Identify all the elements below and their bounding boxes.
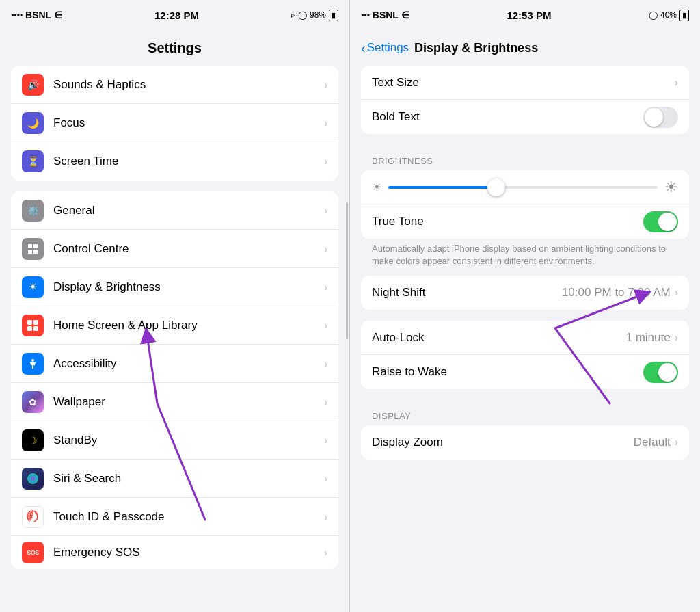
true-tone-label: True Tone [372,215,643,228]
signal-icon: ▪▪▪▪ [11,10,23,20]
fingerprint-svg [25,509,40,524]
settings-item-screen-time[interactable]: ⏳ Screen Time › [11,142,338,181]
right-navbar: ‹ Settings Display & Brightness [350,30,700,66]
left-status-bar: ▪▪▪▪ BSNL ∈ 12:28 PM ▹ ◯ 98% ▮ [0,0,349,30]
accessibility-label: Accessibility [53,357,324,371]
standby-chevron: › [324,435,327,446]
display-zoom-label: Display Zoom [372,436,634,449]
right-battery-area: ◯ 40% ▮ [649,10,689,21]
raise-to-wake-toggle[interactable] [643,362,678,383]
night-shift-label: Night Shift [372,286,562,300]
night-shift-value: 10:00 PM to 7:00 AM [562,286,671,300]
settings-item-display[interactable]: ☀ Display & Brightness › [11,268,338,306]
left-time: 12:28 PM [154,10,199,21]
settings-item-accessibility[interactable]: Accessibility › [11,345,338,383]
text-size-label: Text Size [372,76,675,90]
raise-to-wake-knob [658,363,677,382]
homescreen-chevron: › [324,320,327,331]
right-battery-icon: ▮ [679,10,689,21]
true-tone-knob [658,213,677,231]
settings-item-sos[interactable]: SOS Emergency SOS › [11,536,338,569]
auto-lock-chevron: › [675,332,678,344]
control-centre-svg [27,243,38,254]
raise-to-wake-label: Raise to Wake [372,365,643,379]
settings-item-control[interactable]: Control Centre › [11,230,338,268]
svg-rect-5 [33,320,38,325]
touchid-icon [22,506,44,528]
settings-item-general[interactable]: ⚙️ General › [11,191,338,230]
scroll-indicator [346,202,348,339]
display-zoom-item[interactable]: Display Zoom Default › [361,425,689,460]
control-icon [22,238,44,260]
auto-lock-item[interactable]: Auto-Lock 1 minute › [361,321,689,355]
focus-chevron: › [324,118,327,129]
lock-icon: ◯ [298,10,307,20]
auto-lock-label: Auto-Lock [372,331,625,345]
left-page-title: Settings [148,40,202,56]
sos-icon: SOS [22,542,44,563]
night-shift-item[interactable]: Night Shift 10:00 PM to 7:00 AM › [361,276,689,310]
display-zoom-chevron: › [675,436,678,449]
display-chevron: › [324,282,327,293]
svg-rect-4 [27,320,32,325]
raise-to-wake-item[interactable]: Raise to Wake [361,355,689,389]
left-battery-pct: 98% [310,10,326,20]
homescreen-svg [27,319,39,332]
siri-chevron: › [324,473,327,484]
bold-text-toggle[interactable] [643,107,678,128]
general-chevron: › [324,205,327,216]
text-size-item[interactable]: Text Size › [361,66,689,100]
sounds-chevron: › [324,79,327,90]
settings-item-sounds[interactable]: 🔊 Sounds & Haptics › [11,66,338,104]
sun-small-icon: ☀ [372,181,381,194]
wifi-icon: ∈ [54,10,62,21]
sun-large-icon: ☀ [664,178,678,196]
focus-icon: 🌙 [22,112,44,134]
sos-label: Emergency SOS [53,546,324,559]
true-tone-toggle[interactable] [643,211,678,232]
display-zoom-value: Default [634,436,671,449]
auto-lock-value: 1 minute [625,331,670,345]
night-shift-group: Night Shift 10:00 PM to 7:00 AM › [361,276,689,310]
back-button[interactable]: ‹ Settings [361,40,409,56]
brightness-section: BRIGHTNESS ☀ ☀ Tru [361,145,689,276]
control-chevron: › [324,243,327,254]
display-label: Display & Brightness [53,280,324,294]
svg-rect-2 [28,250,32,254]
display-group: Display Zoom Default › [361,425,689,460]
standby-label: StandBy [53,434,324,447]
night-shift-chevron: › [675,287,678,299]
true-tone-item[interactable]: True Tone [361,204,689,239]
battery-icon: ▮ [329,10,338,21]
brightness-fill [388,186,496,189]
bold-text-item[interactable]: Bold Text [361,100,689,134]
left-carrier: ▪▪▪▪ BSNL ∈ [11,10,62,21]
right-carrier: ▪▪▪ BSNL ∈ [361,10,409,21]
brightness-track[interactable] [388,186,658,189]
wallpaper-chevron: › [324,397,327,408]
svg-rect-7 [33,326,38,331]
bold-text-knob [645,108,663,127]
accessibility-svg [27,358,39,370]
location-icon: ▹ [291,10,295,20]
homescreen-icon [22,315,44,336]
settings-item-homescreen[interactable]: Home Screen & App Library › [11,306,338,345]
svg-rect-0 [28,244,32,248]
display-icon: ☀ [22,276,44,298]
bold-text-label: Bold Text [372,110,643,124]
settings-item-siri[interactable]: Siri & Search › [11,460,338,498]
general-label: General [53,204,324,217]
svg-rect-6 [27,326,32,331]
settings-item-touchid[interactable]: Touch ID & Passcode › [11,498,338,536]
control-label: Control Centre [53,242,324,256]
siri-label: Siri & Search [53,472,324,485]
brightness-slider-item[interactable]: ☀ ☀ [361,170,689,204]
settings-item-standby[interactable]: ☽ StandBy › [11,421,338,460]
brightness-thumb[interactable] [487,178,505,196]
lock-wake-group: Auto-Lock 1 minute › Raise to Wake [361,321,689,389]
settings-item-wallpaper[interactable]: ✿ Wallpaper › [11,383,338,421]
settings-list: 🔊 Sounds & Haptics › 🌙 Focus › [0,66,349,569]
svg-point-8 [31,359,34,362]
sounds-icon: 🔊 [22,74,44,96]
settings-item-focus[interactable]: 🌙 Focus › [11,104,338,142]
